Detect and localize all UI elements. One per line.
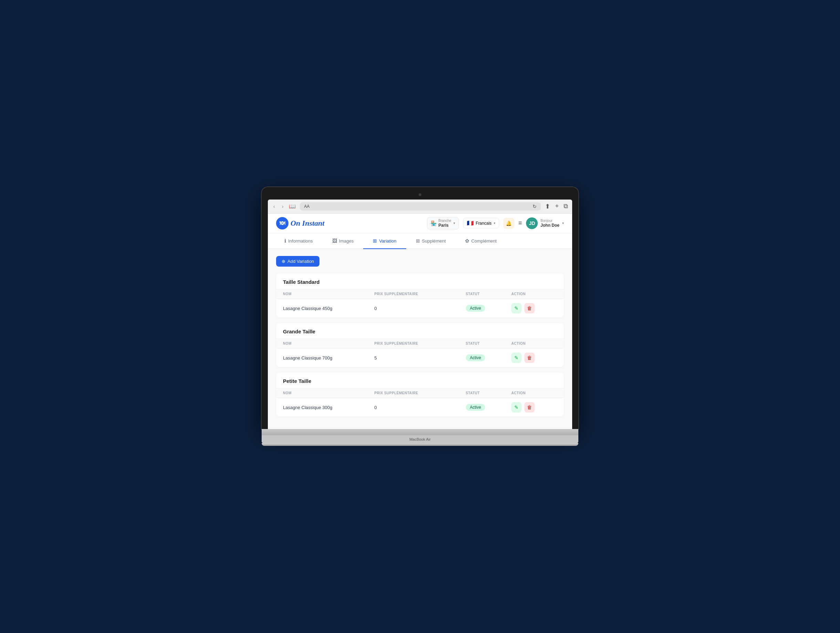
row-nom: Lasagne Classique 450g xyxy=(283,306,374,311)
row-statut: Active xyxy=(466,354,512,361)
tab-variation-label: Variation xyxy=(379,238,396,244)
table-header-petite: NOM PRIX SUPPLÉMENTAIRE STATUT ACTION xyxy=(276,388,564,398)
address-text: AA xyxy=(304,204,309,209)
reload-icon[interactable]: ↻ xyxy=(532,204,537,209)
share-icon[interactable]: ⬆ xyxy=(545,203,550,210)
action-buttons: ✎ 🗑 xyxy=(511,303,557,313)
add-tab-icon[interactable]: + xyxy=(555,203,559,210)
images-icon: 🖼 xyxy=(332,238,337,244)
language-selector[interactable]: 🇫🇷 Francais ▾ xyxy=(463,218,499,228)
bookmarks-icon: 📖 xyxy=(289,203,296,209)
app-header: 🍽 On Instant 🏪 Branche Paris ▾ 🇫🇷 xyxy=(268,214,572,233)
branch-selector[interactable]: 🏪 Branche Paris ▾ xyxy=(427,217,459,230)
edit-button[interactable]: ✎ xyxy=(511,303,521,313)
edit-button[interactable]: ✎ xyxy=(511,353,521,363)
logo-text: On Instant xyxy=(291,219,324,228)
section-title-petite: Petite Taille xyxy=(276,373,564,388)
table-row: Lasagne Classique 300g 0 Active ✎ 🗑 xyxy=(276,398,564,417)
user-avatar: JD xyxy=(526,217,538,229)
notification-icon: 🔔 xyxy=(506,220,512,226)
macbook-chin xyxy=(262,429,578,435)
informations-icon: ℹ xyxy=(284,238,286,244)
tab-variation[interactable]: ⊞ Variation xyxy=(363,233,406,249)
camera xyxy=(418,193,422,196)
section-petite-taille: Petite Taille NOM PRIX SUPPLÉMENTAIRE ST… xyxy=(276,373,564,417)
status-badge: Active xyxy=(466,404,485,411)
row-prix: 0 xyxy=(374,306,466,311)
app-logo: 🍽 On Instant xyxy=(276,217,324,230)
tab-bar: ℹ Informations 🖼 Images ⊞ Variation ⊞ Su… xyxy=(268,233,572,249)
tab-complement-label: Complément xyxy=(471,238,497,244)
col-nom-petite: NOM xyxy=(283,391,374,395)
row-statut: Active xyxy=(466,305,512,312)
col-statut-petite: STATUT xyxy=(466,391,512,395)
header-right: 🏪 Branche Paris ▾ 🇫🇷 Francais ▾ 🔔 xyxy=(427,217,564,230)
table-row: Lasagne Classique 700g 5 Active ✎ 🗑 xyxy=(276,348,564,367)
delete-button[interactable]: 🗑 xyxy=(524,303,535,313)
row-prix: 0 xyxy=(374,405,466,410)
row-prix: 5 xyxy=(374,355,466,361)
logo-icon: 🍽 xyxy=(276,217,289,230)
col-statut-standard: STATUT xyxy=(466,292,512,296)
add-variation-icon: ⊕ xyxy=(282,259,286,264)
col-prix-standard: PRIX SUPPLÉMENTAIRE xyxy=(374,292,466,296)
action-buttons: ✎ 🗑 xyxy=(511,353,557,363)
complement-icon: ✿ xyxy=(465,238,469,244)
delete-button[interactable]: 🗑 xyxy=(524,353,535,363)
branch-label: Branche xyxy=(439,219,451,223)
supplement-icon: ⊞ xyxy=(416,238,420,244)
col-action-standard: ACTION xyxy=(511,292,557,296)
section-title-standard: Taille Standard xyxy=(276,274,564,289)
tab-supplement-label: Supplément xyxy=(422,238,446,244)
col-statut-grande: STATUT xyxy=(466,342,512,345)
user-info[interactable]: JD Bonjour John Doe ▾ xyxy=(526,217,564,229)
branch-chevron-icon: ▾ xyxy=(453,221,455,225)
edit-button[interactable]: ✎ xyxy=(511,402,521,413)
status-badge: Active xyxy=(466,305,485,312)
menu-icon[interactable]: ≡ xyxy=(518,219,522,227)
branch-name: Paris xyxy=(439,223,451,228)
col-action-grande: ACTION xyxy=(511,342,557,345)
forward-button[interactable]: › xyxy=(281,203,285,210)
row-action: ✎ 🗑 xyxy=(511,303,557,313)
row-action: ✎ 🗑 xyxy=(511,353,557,363)
tab-images[interactable]: 🖼 Images xyxy=(322,233,363,249)
macbook-label: MacBook Air xyxy=(262,435,578,444)
status-badge: Active xyxy=(466,354,485,361)
screen: ‹ › 📖 AA ↻ ⬆ + ⧉ 🍽 On Instant xyxy=(268,200,572,429)
user-chevron-icon: ▾ xyxy=(562,221,564,225)
row-action: ✎ 🗑 xyxy=(511,402,557,413)
table-header-grande: NOM PRIX SUPPLÉMENTAIRE STATUT ACTION xyxy=(276,339,564,348)
address-bar[interactable]: AA ↻ xyxy=(300,202,541,211)
section-taille-standard: Taille Standard NOM PRIX SUPPLÉMENTAIRE … xyxy=(276,274,564,318)
add-variation-button[interactable]: ⊕ Add Variation xyxy=(276,256,319,267)
lang-chevron-icon: ▾ xyxy=(494,221,496,225)
macbook-foot xyxy=(262,443,578,446)
branch-info: Branche Paris xyxy=(439,219,451,228)
section-grande-taille: Grande Taille NOM PRIX SUPPLÉMENTAIRE ST… xyxy=(276,323,564,367)
tab-images-label: Images xyxy=(339,238,354,244)
back-button[interactable]: ‹ xyxy=(272,203,276,210)
lang-name: Francais xyxy=(476,221,492,226)
section-title-grande: Grande Taille xyxy=(276,323,564,339)
col-nom-standard: NOM xyxy=(283,292,374,296)
delete-button[interactable]: 🗑 xyxy=(524,402,535,413)
col-nom-grande: NOM xyxy=(283,342,374,345)
notification-button[interactable]: 🔔 xyxy=(503,218,514,229)
screen-bezel: ‹ › 📖 AA ↻ ⬆ + ⧉ 🍽 On Instant xyxy=(262,187,578,429)
flag-icon: 🇫🇷 xyxy=(467,220,474,226)
col-prix-petite: PRIX SUPPLÉMENTAIRE xyxy=(374,391,466,395)
row-statut: Active xyxy=(466,404,512,411)
table-row: Lasagne Classique 450g 0 Active ✎ 🗑 xyxy=(276,299,564,318)
main-content: ⊕ Add Variation Taille Standard NOM PRIX… xyxy=(268,249,572,429)
tabs-icon[interactable]: ⧉ xyxy=(564,203,568,210)
tab-informations[interactable]: ℹ Informations xyxy=(275,233,322,249)
col-action-petite: ACTION xyxy=(511,391,557,395)
user-name: John Doe xyxy=(540,223,559,228)
variation-icon: ⊞ xyxy=(373,238,377,244)
user-greeting: Bonjour John Doe xyxy=(540,219,559,228)
macbook-container: ‹ › 📖 AA ↻ ⬆ + ⧉ 🍽 On Instant xyxy=(262,187,578,446)
tab-complement[interactable]: ✿ Complément xyxy=(455,233,507,249)
tab-supplement[interactable]: ⊞ Supplément xyxy=(406,233,455,249)
user-hello: Bonjour xyxy=(540,219,559,223)
